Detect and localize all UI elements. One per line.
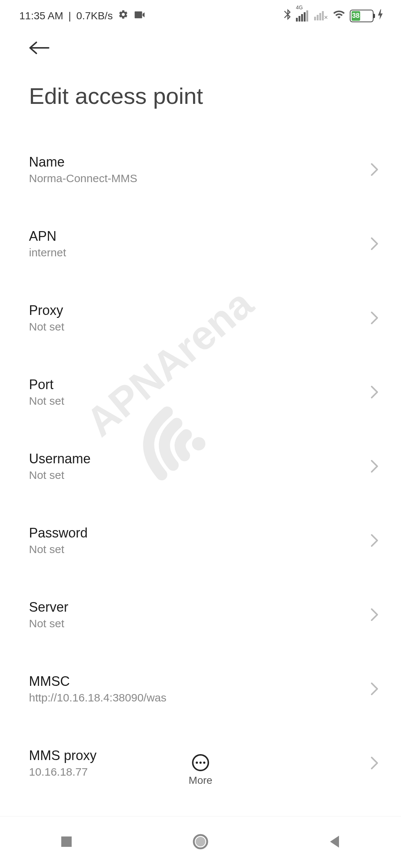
setting-mmsc[interactable]: MMSC http://10.16.18.4:38090/was [29, 662, 379, 716]
triangle-left-icon [328, 834, 341, 849]
svg-point-8 [196, 837, 205, 846]
page-title: Edit access point [0, 57, 401, 109]
bluetooth-icon [283, 9, 291, 23]
setting-label: Server [29, 599, 371, 615]
svg-point-4 [199, 762, 202, 764]
setting-apn[interactable]: APN internet [29, 217, 379, 271]
wifi-icon [333, 9, 345, 22]
settings-list: Name Norma-Connect-MMS APN internet Prox… [0, 109, 401, 790]
setting-value: Not set [29, 395, 371, 407]
svg-point-3 [196, 762, 198, 764]
chevron-right-icon [371, 385, 379, 399]
more-horizontal-icon [192, 754, 209, 772]
setting-label: Name [29, 154, 371, 170]
more-button[interactable]: More [189, 754, 212, 786]
setting-value: Not set [29, 617, 371, 630]
setting-label: Username [29, 451, 371, 467]
setting-value: Not set [29, 543, 371, 556]
status-netspeed: 0.7KB/s [76, 10, 113, 22]
nav-back-button[interactable] [328, 834, 341, 851]
charging-icon [378, 9, 383, 22]
setting-port[interactable]: Port Not set [29, 365, 379, 419]
square-icon [60, 835, 73, 848]
back-button[interactable] [0, 27, 401, 57]
chevron-right-icon [371, 460, 379, 473]
setting-value: internet [29, 246, 371, 259]
setting-value: Norma-Connect-MMS [29, 172, 371, 185]
setting-username[interactable]: Username Not set [29, 439, 379, 493]
circle-icon [192, 834, 209, 850]
battery-icon: 38 [350, 10, 374, 22]
chevron-right-icon [371, 534, 379, 547]
setting-value: Not set [29, 469, 371, 481]
setting-label: Password [29, 525, 371, 541]
status-separator: | [68, 10, 71, 22]
chevron-right-icon [371, 163, 379, 176]
more-label: More [189, 775, 212, 786]
nav-recents-button[interactable] [60, 835, 73, 850]
setting-label: MMSC [29, 674, 371, 689]
chevron-right-icon [371, 237, 379, 250]
chevron-right-icon [371, 756, 379, 770]
setting-name[interactable]: Name Norma-Connect-MMS [29, 142, 379, 197]
chevron-right-icon [371, 682, 379, 696]
status-time: 11:35 AM [19, 10, 63, 22]
setting-label: Proxy [29, 303, 371, 318]
setting-value: Not set [29, 320, 371, 333]
setting-label: Port [29, 377, 371, 392]
signal-none-icon: ✕ [314, 11, 328, 20]
signal-4g-icon: 4G [296, 10, 308, 22]
setting-proxy[interactable]: Proxy Not set [29, 291, 379, 345]
svg-rect-6 [61, 836, 72, 847]
nav-home-button[interactable] [192, 834, 209, 851]
camera-icon [134, 10, 146, 22]
setting-label: APN [29, 228, 371, 244]
chevron-right-icon [371, 311, 379, 325]
setting-password[interactable]: Password Not set [29, 513, 379, 568]
setting-server[interactable]: Server Not set [29, 588, 379, 642]
gear-icon [118, 9, 128, 22]
chevron-right-icon [371, 608, 379, 621]
status-bar: 11:35 AM | 0.7KB/s 4G ✕ [0, 0, 401, 27]
arrow-left-icon [28, 40, 50, 55]
svg-point-5 [203, 762, 205, 764]
setting-value: http://10.16.18.4:38090/was [29, 691, 371, 704]
navigation-bar [0, 816, 401, 868]
